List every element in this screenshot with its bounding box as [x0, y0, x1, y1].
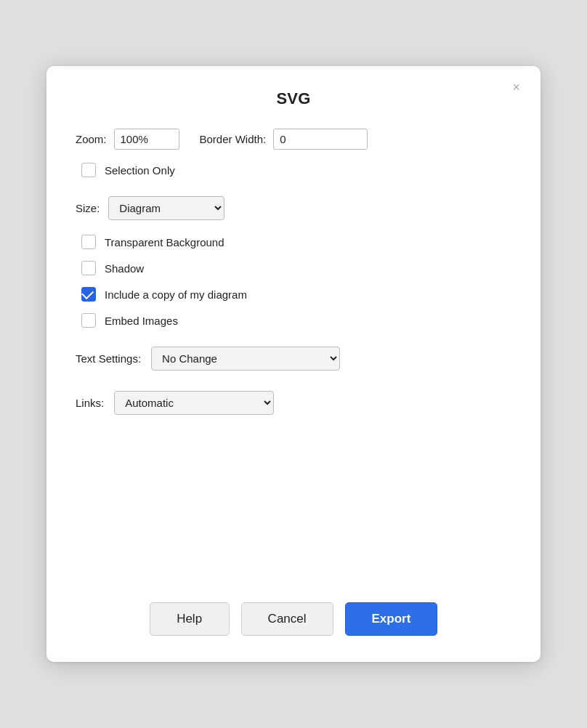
- text-settings-select[interactable]: No Change Embed Fonts Convert to Image: [151, 347, 340, 371]
- links-select[interactable]: Automatic Blank Self: [114, 391, 274, 415]
- close-button[interactable]: ×: [508, 79, 525, 95]
- text-settings-row: Text Settings: No Change Embed Fonts Con…: [76, 347, 511, 371]
- links-label: Links:: [76, 397, 104, 409]
- embed-images-row: Embed Images: [76, 313, 511, 328]
- transparent-background-label: Transparent Background: [105, 236, 224, 248]
- selection-only-row: Selection Only: [76, 163, 511, 177]
- text-settings-label: Text Settings:: [76, 352, 141, 365]
- shadow-label: Shadow: [105, 262, 144, 275]
- export-button[interactable]: Export: [345, 602, 438, 636]
- embed-images-label: Embed Images: [105, 315, 178, 327]
- help-button[interactable]: Help: [150, 602, 230, 636]
- svg-export-dialog: × SVG Zoom: Border Width: Selection Only…: [46, 66, 541, 662]
- size-row: Size: Diagram Page Drawing: [76, 196, 511, 220]
- selection-only-label: Selection Only: [105, 164, 175, 177]
- zoom-border-row: Zoom: Border Width:: [76, 129, 511, 150]
- selection-only-checkbox[interactable]: [81, 163, 96, 177]
- dialog-title: SVG: [76, 89, 511, 108]
- include-copy-checkbox[interactable]: [81, 287, 96, 302]
- embed-images-checkbox[interactable]: [81, 313, 96, 328]
- links-row: Links: Automatic Blank Self: [76, 391, 511, 415]
- border-width-label: Border Width:: [200, 133, 267, 145]
- shadow-row: Shadow: [76, 261, 511, 275]
- include-copy-label: Include a copy of my diagram: [105, 288, 247, 301]
- transparent-background-checkbox[interactable]: [81, 235, 96, 249]
- button-row: Help Cancel Export: [76, 579, 511, 636]
- include-copy-row: Include a copy of my diagram: [76, 287, 511, 302]
- transparent-background-row: Transparent Background: [76, 235, 511, 249]
- size-select[interactable]: Diagram Page Drawing: [108, 196, 224, 220]
- size-label: Size:: [76, 202, 100, 214]
- cancel-button[interactable]: Cancel: [241, 602, 333, 636]
- shadow-checkbox[interactable]: [81, 261, 96, 275]
- border-width-input[interactable]: [273, 129, 368, 150]
- zoom-input[interactable]: [114, 129, 179, 150]
- zoom-label: Zoom:: [76, 133, 107, 145]
